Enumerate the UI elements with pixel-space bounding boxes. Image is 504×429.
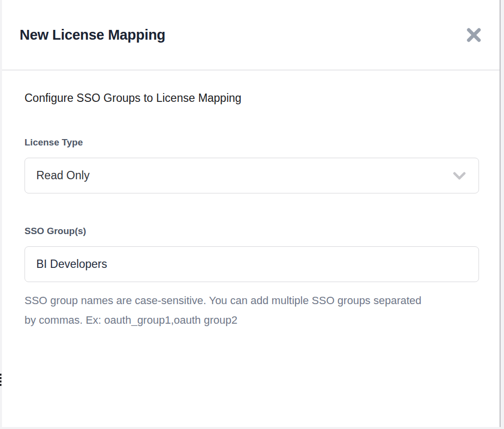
background-artifact xyxy=(0,374,1,376)
chevron-down-icon xyxy=(453,172,466,180)
modal-subtitle: Configure SSO Groups to License Mapping xyxy=(25,92,478,105)
new-license-mapping-modal: New License Mapping Configure SSO Groups… xyxy=(2,0,501,427)
page-backdrop: New License Mapping Configure SSO Groups… xyxy=(0,0,504,429)
modal-body: Configure SSO Groups to License Mapping … xyxy=(2,92,500,330)
sso-groups-input[interactable] xyxy=(25,246,479,282)
license-type-label: License Type xyxy=(25,137,478,148)
sso-groups-helper-text: SSO group names are case-sensitive. You … xyxy=(25,291,431,330)
license-type-selected-value: Read Only xyxy=(36,169,90,182)
license-type-select[interactable]: Read Only xyxy=(25,158,479,193)
background-artifact xyxy=(0,377,1,379)
background-artifact xyxy=(0,381,1,382)
background-artifact xyxy=(0,384,1,386)
close-button[interactable] xyxy=(466,28,481,42)
modal-header: New License Mapping xyxy=(2,0,500,71)
modal-title: New License Mapping xyxy=(20,27,165,43)
close-icon xyxy=(466,28,481,42)
sso-groups-label: SSO Group(s) xyxy=(25,226,478,237)
